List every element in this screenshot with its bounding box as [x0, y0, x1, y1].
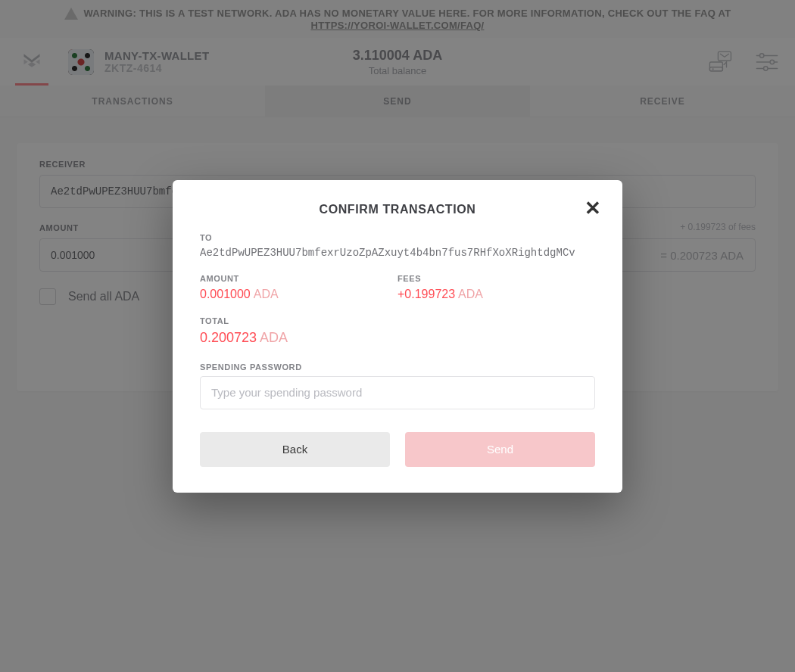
to-address: Ae2tdPwUPEZ3HUU7bmfexrUzoZpAZxuyt4b4bn7f…: [200, 247, 595, 259]
send-button[interactable]: Send: [405, 432, 595, 467]
modal-total-value: 0.200723ADA: [200, 330, 595, 346]
modal-amount-unit: ADA: [254, 288, 279, 300]
modal-amount-label: AMOUNT: [200, 274, 398, 283]
spending-password-input[interactable]: [200, 376, 595, 409]
back-button[interactable]: Back: [200, 432, 390, 467]
modal-amount-value: 0.001000ADA: [200, 288, 398, 301]
modal-total-label: TOTAL: [200, 316, 595, 325]
close-icon[interactable]: ✕: [585, 198, 601, 218]
modal-amount-number: 0.001000: [200, 288, 251, 300]
modal-title: CONFIRM TRANSACTION: [200, 203, 595, 216]
modal-fees-number: +0.199723: [398, 288, 455, 300]
confirm-transaction-modal: CONFIRM TRANSACTION ✕ TO Ae2tdPwUPEZ3HUU…: [173, 180, 622, 493]
spending-password-label: SPENDING PASSWORD: [200, 362, 595, 372]
modal-total-unit: ADA: [260, 330, 288, 345]
modal-scrim[interactable]: CONFIRM TRANSACTION ✕ TO Ae2tdPwUPEZ3HUU…: [0, 0, 795, 672]
to-label: TO: [200, 233, 595, 242]
modal-fees-value: +0.199723ADA: [398, 288, 595, 301]
modal-fees-label: FEES: [398, 274, 595, 283]
modal-fees-unit: ADA: [458, 288, 483, 300]
modal-total-number: 0.200723: [200, 330, 257, 345]
